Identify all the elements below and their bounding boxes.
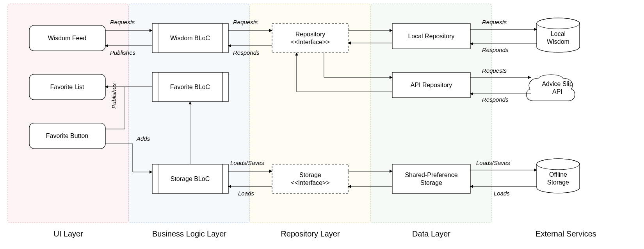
node-local-wisdom: Local Wisdom	[537, 18, 580, 52]
layer-logic-label: Business Logic Layer	[152, 229, 226, 238]
layer-data-label: Data Layer	[412, 229, 450, 238]
node-advice-api-l2: API	[552, 88, 562, 95]
node-shared-pref-l2: Storage	[420, 179, 442, 186]
edge-repo-to-wisdombloc-label: Responds	[233, 49, 260, 56]
node-favorite-button-label: Favorite Button	[46, 133, 89, 139]
node-api-repo-label: API Repository	[411, 82, 452, 88]
node-favorite-bloc-label: Favorite BLoC	[170, 84, 210, 90]
edge-favbtn-to-storage-label: Adds	[136, 135, 150, 142]
node-local-wisdom-l1: Local	[551, 30, 566, 37]
node-wisdom-bloc-label: Wisdom BLoC	[170, 35, 210, 41]
node-repo-interface-l1: Repository	[295, 31, 325, 38]
node-offline-storage-l1: Offline	[549, 171, 567, 178]
edge-cloud-to-apirepo-label: Responds	[482, 96, 509, 103]
edge-db-to-localrepo-label: Responds	[482, 47, 509, 53]
architecture-diagram: UI Layer Business Logic Layer Repository…	[0, 0, 644, 249]
node-favorite-bloc: Favorite BLoC	[152, 72, 228, 102]
edge-storagebloc-to-iface-label: Loads/Saves	[230, 159, 264, 166]
node-local-repo-label: Local Repository	[408, 33, 454, 39]
node-shared-pref	[392, 164, 470, 193]
edge-offline-to-sp-label: Loads	[494, 190, 510, 197]
node-wisdom-bloc: Wisdom BLoC	[152, 23, 228, 53]
edge-localrepo-to-db-label: Requests	[482, 19, 507, 25]
edge-iface-to-storagebloc-label: Loads	[238, 190, 254, 197]
edge-apirepo-to-cloud-label: Requests	[482, 67, 507, 74]
node-wisdom-feed-label: Wisdom Feed	[48, 35, 87, 41]
node-storage-interface	[272, 164, 348, 193]
layer-ui-label: UI Layer	[53, 229, 83, 238]
node-advice-api: Advice Slip API	[527, 75, 575, 101]
layer-repo-label: Repository Layer	[281, 229, 340, 238]
node-storage-interface-l2: <<Interface>>	[291, 179, 330, 186]
layer-ext-label: External Services	[535, 229, 596, 238]
node-storage-bloc-label: Storage BLoC	[171, 176, 210, 182]
node-repo-interface	[272, 23, 348, 53]
node-repo-interface-l2: <<Interface>>	[291, 39, 330, 45]
edge-sp-to-offline-label: Loads/Saves	[476, 159, 510, 166]
edge-favbloc-pub-label: Publishes	[110, 83, 117, 109]
node-storage-interface-l1: Storage	[299, 172, 321, 178]
node-local-wisdom-l2: Wisdom	[547, 38, 569, 45]
node-advice-api-l1: Advice Slip	[542, 81, 573, 87]
edge-feed-to-wisdombloc-label: Requests	[110, 19, 135, 25]
edge-wisdombloc-to-repo-label: Requests	[233, 19, 258, 25]
node-offline-storage: Offline Storage	[537, 159, 580, 193]
node-favorite-list-label: Favorite List	[50, 84, 84, 90]
node-offline-storage-l2: Storage	[547, 179, 569, 186]
edge-wisdombloc-to-feed-label: Publishes	[110, 49, 136, 56]
node-storage-bloc: Storage BLoC	[152, 164, 228, 193]
node-shared-pref-l1: Shared-Preference	[405, 172, 457, 178]
